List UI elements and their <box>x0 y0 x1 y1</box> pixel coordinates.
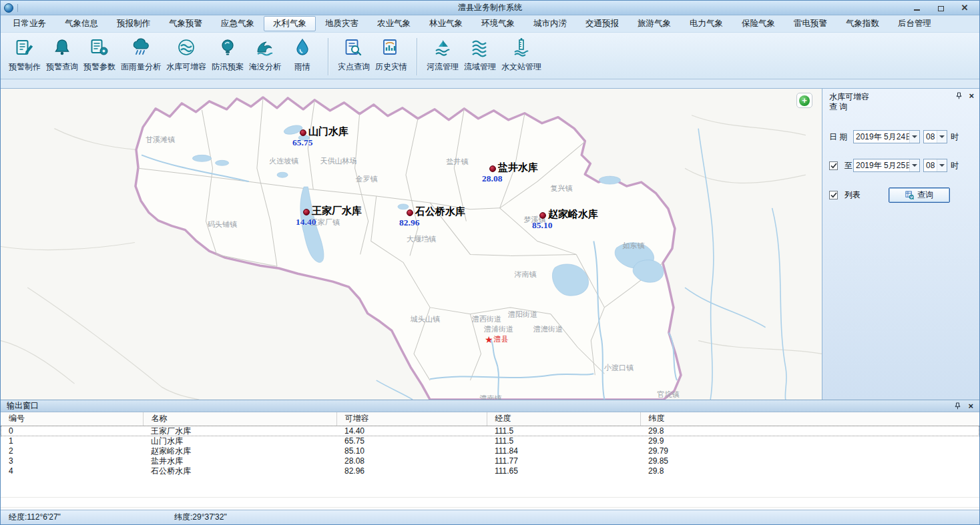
toolbar-button-alert-edit[interactable]: 预警制作 <box>6 37 43 73</box>
toolbar-button-basin-manage[interactable]: 流域管理 <box>461 37 499 73</box>
town-label: 复兴镇 <box>551 183 573 193</box>
table-row[interactable]: 3盐井水库28.08111.7729.85 <box>1 456 979 466</box>
table-row[interactable]: 1山门水库65.75111.529.9 <box>1 436 979 446</box>
minimize-button[interactable] <box>913 4 921 12</box>
pin-icon[interactable] <box>955 92 963 99</box>
menu-item-10[interactable]: 环境气象 <box>472 16 524 31</box>
menu-item-14[interactable]: 电力气象 <box>680 16 732 31</box>
reservoir-name: 山门水库 <box>308 125 348 138</box>
table-row[interactable]: 2赵家峪水库85.10111.8429.79 <box>1 446 979 456</box>
column-header[interactable]: 可增容 <box>336 412 487 426</box>
toolbar-button-reservoir-capacity[interactable]: 水库可增容 <box>164 37 209 73</box>
chevron-down-icon[interactable] <box>937 159 947 171</box>
panel-close-icon[interactable]: × <box>969 92 974 99</box>
menu-item-18[interactable]: 后台管理 <box>889 16 941 31</box>
town-label: 天供山林场 <box>320 156 357 166</box>
toolbar-button-label: 河流管理 <box>427 61 459 73</box>
table-cell: 111.84 <box>487 446 640 456</box>
menu-item-12[interactable]: 交通预报 <box>576 16 628 31</box>
menu-item-3[interactable]: 预报制作 <box>107 16 160 31</box>
start-date-row: 日 期 2019年 5月24日 08 时 <box>829 130 975 143</box>
reservoir-name: 赵家峪水库 <box>548 208 598 221</box>
toolbar-button-submerge-analysis[interactable]: 淹没分析 <box>246 37 284 73</box>
maximize-button[interactable] <box>937 4 945 12</box>
town-label: 码头铺镇 <box>208 219 237 229</box>
menu-item-13[interactable]: 旅游气象 <box>628 16 680 31</box>
list-label: 列表 <box>844 189 861 201</box>
menu-item-11[interactable]: 城市内涝 <box>524 16 576 31</box>
table-row[interactable]: 4石公桥水库82.96111.6529.8 <box>1 466 979 476</box>
reservoir-dot-icon <box>539 212 546 219</box>
menu-item-15[interactable]: 保险气象 <box>732 16 784 31</box>
map-canvas[interactable]: 甘溪滩镇火连坡镇天供山林场金罗镇盐井镇复兴镇码头铺镇王家厂镇梦溪镇大堰垱镇涔南镇… <box>1 88 822 400</box>
menu-item-2[interactable]: 气象信息 <box>55 16 107 31</box>
alert-edit-icon <box>15 37 35 57</box>
column-header[interactable]: 名称 <box>143 412 336 426</box>
toolbar-button-hydro-station[interactable]: 水文站管理 <box>499 37 544 73</box>
table-cell: 0 <box>1 426 143 436</box>
menu-item-1[interactable]: 日常业务 <box>3 16 55 31</box>
to-date-checkbox[interactable] <box>829 161 838 170</box>
table-cell: 4 <box>1 466 143 476</box>
town-label: 澧澹街道 <box>533 324 563 334</box>
table-cell: 65.75 <box>336 436 487 446</box>
reservoir-capacity-icon <box>176 37 196 57</box>
window-controls: ✕ <box>913 4 979 12</box>
grid-line <box>1 497 979 498</box>
menu-item-16[interactable]: 雷电预警 <box>784 16 836 31</box>
close-button[interactable]: ✕ <box>961 4 969 12</box>
table-cell: 82.96 <box>336 466 487 476</box>
toolbar-button-disaster-history[interactable]: 历史灾情 <box>373 37 410 73</box>
toolbar-button-label: 预警制作 <box>9 61 41 73</box>
menu-item-4[interactable]: 气象预警 <box>160 16 212 31</box>
chevron-down-icon[interactable] <box>937 131 947 143</box>
table-row[interactable]: 0王家厂水库14.40111.529.8 <box>1 426 979 436</box>
toolbar-button-label: 雨情 <box>294 61 310 73</box>
query-button[interactable]: 查询 <box>889 187 950 203</box>
toolbar-button-flood-plan[interactable]: 防汛预案 <box>209 37 246 73</box>
star-icon: ★ <box>485 335 493 344</box>
toolbar-button-rain-analysis[interactable]: 面雨量分析 <box>118 37 164 73</box>
grid-line <box>1 507 979 508</box>
menu-bar: 日常业务气象信息预报制作气象预警应急气象水利气象地质灾害农业气象林业气象环境气象… <box>1 15 979 32</box>
toolbar-button-label: 历史灾情 <box>375 61 407 73</box>
menu-item-8[interactable]: 农业气象 <box>368 16 420 31</box>
reservoir-capacity-value: 85.10 <box>532 220 552 231</box>
toolbar-button-river-manage[interactable]: 河流管理 <box>424 37 461 73</box>
town-label: 澧西街道 <box>472 314 501 324</box>
map-zoom-button[interactable]: + <box>796 93 812 108</box>
menu-item-6[interactable]: 水利气象 <box>264 16 316 31</box>
list-checkbox[interactable] <box>829 191 838 199</box>
chevron-down-icon[interactable] <box>909 159 919 171</box>
column-header[interactable]: 编号 <box>1 412 143 426</box>
toolbar-button-alert-params[interactable]: 预警参数 <box>81 37 118 73</box>
menu-item-9[interactable]: 林业气象 <box>420 16 472 31</box>
chevron-down-icon[interactable] <box>909 131 919 143</box>
table-cell: 王家厂水库 <box>143 426 336 436</box>
status-latitude: 纬度:29°37'32" <box>174 512 227 523</box>
toolbar-button-rain-info[interactable]: 雨情 <box>284 37 321 73</box>
toolbar-button-alert-search[interactable]: 预警查询 <box>43 37 81 73</box>
start-hour-select[interactable]: 08 <box>923 130 947 143</box>
column-header[interactable]: 纬度 <box>640 412 979 426</box>
output-close-icon[interactable]: × <box>968 402 973 410</box>
end-hour-select[interactable]: 08 <box>923 159 947 172</box>
pin-icon[interactable] <box>954 402 961 410</box>
date-label: 日 期 <box>829 131 853 143</box>
table-cell: 14.40 <box>336 426 487 436</box>
menu-item-17[interactable]: 气象指数 <box>836 16 889 31</box>
toolbar-button-label: 预警查询 <box>46 61 78 73</box>
list-query-row: 列表 查询 <box>829 187 975 203</box>
town-label: 甘溪滩镇 <box>146 135 175 145</box>
disaster-search-icon <box>344 37 364 57</box>
table-cell: 111.5 <box>487 426 640 436</box>
town-label: 澧阳街道 <box>508 310 537 320</box>
end-date-select[interactable]: 2019年 5月25日 <box>853 159 920 172</box>
rain-info-icon <box>292 37 312 57</box>
menu-item-7[interactable]: 地质灾害 <box>316 16 368 31</box>
column-header[interactable]: 经度 <box>487 412 640 426</box>
table-cell: 28.08 <box>336 456 487 466</box>
menu-item-5[interactable]: 应急气象 <box>212 16 264 31</box>
start-date-select[interactable]: 2019年 5月24日 <box>853 130 920 143</box>
toolbar-button-disaster-search[interactable]: 灾点查询 <box>335 37 373 73</box>
